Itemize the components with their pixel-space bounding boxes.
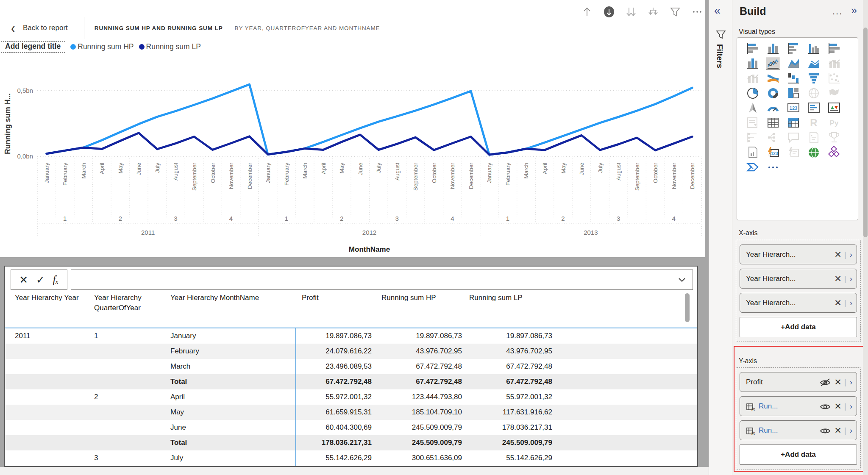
- field-options-chevron-icon[interactable]: ›: [850, 274, 852, 283]
- cell-running-sum-hp[interactable]: 123.444.793,80: [373, 393, 463, 401]
- cell-running-sum-hp[interactable]: 245.509.009,79: [373, 423, 463, 432]
- visual-type-multi-row-card[interactable]: [807, 101, 821, 114]
- visual-type-qa-visual[interactable]: [786, 131, 801, 144]
- visual-type-smart-narrative[interactable]: [807, 131, 821, 144]
- cell-running-sum-hp[interactable]: 67.472.792,48: [373, 362, 463, 371]
- cell-profit[interactable]: 178.036.217,31: [295, 439, 373, 447]
- x-axis-field-pill-1[interactable]: Year Hierarch...✕|›: [740, 269, 857, 289]
- cell-month[interactable]: July: [160, 454, 295, 462]
- build-more-options-icon[interactable]: ...: [832, 6, 843, 17]
- field-options-chevron-icon[interactable]: ›: [850, 250, 852, 259]
- visual-type-pie-chart[interactable]: [746, 86, 760, 100]
- cell-quarter[interactable]: 2: [81, 393, 160, 401]
- cell-running-sum-lp[interactable]: 67.472.792,48: [463, 378, 553, 386]
- expand-all-down-icon[interactable]: [647, 6, 659, 18]
- visual-type-arcgis-map[interactable]: [807, 146, 821, 159]
- table-row[interactable]: 20111January19.897.086,7319.897.086,7319…: [5, 328, 698, 344]
- y-axis-add-data-button[interactable]: +Add data: [740, 444, 857, 465]
- back-to-report-button[interactable]: Back to report: [23, 24, 68, 32]
- cell-month[interactable]: April: [160, 393, 295, 401]
- cell-quarter[interactable]: 1: [81, 332, 160, 340]
- visual-type-azure-map[interactable]: [746, 101, 760, 114]
- legend-item-lp[interactable]: Running sum LP: [139, 42, 201, 51]
- column-header-year[interactable]: Year Hierarchy Year: [5, 293, 81, 313]
- visual-type-filled-map[interactable]: [827, 86, 841, 100]
- visual-type-matrix[interactable]: [786, 116, 801, 129]
- x-axis-add-data-button[interactable]: +Add data: [740, 317, 857, 337]
- visual-type-key-influencers[interactable]: [766, 131, 780, 144]
- more-options-icon[interactable]: [691, 6, 704, 18]
- cell-month[interactable]: March: [160, 362, 295, 371]
- visual-type-card[interactable]: 123: [786, 101, 801, 114]
- field-options-chevron-icon[interactable]: ›: [850, 298, 852, 308]
- field-options-chevron-icon[interactable]: ›: [850, 426, 852, 435]
- eye-icon[interactable]: [820, 401, 831, 411]
- legend-item-hp[interactable]: Running sum HP: [70, 42, 134, 51]
- visual-type-table[interactable]: [766, 116, 780, 129]
- cell-profit[interactable]: 55.972.001,32: [295, 393, 373, 401]
- remove-field-icon[interactable]: ✕: [834, 426, 842, 435]
- table-row[interactable]: June60.404.300,69245.509.009,79178.036.2…: [5, 420, 698, 435]
- remove-field-icon[interactable]: ✕: [834, 250, 842, 259]
- cell-running-sum-hp[interactable]: 185.104.709,10: [373, 408, 463, 417]
- remove-field-icon[interactable]: ✕: [834, 402, 842, 411]
- visual-type-power-apps[interactable]: 123: [766, 146, 780, 159]
- cell-profit[interactable]: 24.079.616,22: [295, 347, 373, 356]
- cell-running-sum-lp[interactable]: 55.142.626,29: [463, 454, 553, 462]
- cell-month[interactable]: February: [160, 347, 295, 356]
- remove-field-icon[interactable]: ✕: [834, 378, 842, 386]
- cell-profit[interactable]: 55.142.626,29: [295, 454, 373, 462]
- visual-type-100-stacked-bar-chart[interactable]: [827, 42, 841, 55]
- table-total-row[interactable]: Total178.036.217,31245.509.009,79245.509…: [5, 435, 698, 450]
- table-total-row[interactable]: Total67.472.792,4867.472.792,4867.472.79…: [5, 374, 698, 389]
- visual-type-get-more-visuals[interactable]: [746, 161, 760, 174]
- visual-type-clustered-column-chart[interactable]: [807, 42, 821, 55]
- cell-running-sum-lp[interactable]: 55.972.001,32: [463, 393, 553, 401]
- cell-profit[interactable]: 19.897.086,73: [295, 332, 373, 340]
- filters-pane-label[interactable]: Filters: [715, 44, 724, 68]
- visual-type-kpi[interactable]: [827, 101, 841, 114]
- cell-running-sum-lp[interactable]: 178.036.217,31: [463, 423, 553, 432]
- cell-running-sum-lp[interactable]: 43.976.702,95: [463, 347, 553, 356]
- visual-type-waterfall-chart[interactable]: [786, 72, 801, 85]
- cell-running-sum-hp[interactable]: 43.976.702,95: [373, 347, 463, 356]
- cell-running-sum-hp[interactable]: 67.472.792,48: [373, 378, 463, 386]
- visual-type-area-chart[interactable]: [786, 57, 801, 70]
- table-row[interactable]: March23.496.089,5367.472.792,4867.472.79…: [5, 359, 698, 374]
- build-pane-scrollbar[interactable]: [863, 0, 868, 475]
- cell-month[interactable]: Total: [160, 439, 295, 447]
- drill-up-icon[interactable]: [581, 6, 593, 18]
- column-header-running-sum-lp[interactable]: Running sum LP: [463, 293, 553, 313]
- y-axis-field-pill-1[interactable]: fxRun...✕|›: [740, 396, 857, 416]
- cell-profit[interactable]: 61.659.915,31: [295, 408, 373, 417]
- table-row[interactable]: 3July55.142.626,29300.651.636,0955.142.6…: [5, 450, 698, 466]
- visual-type-gauge[interactable]: [766, 101, 780, 114]
- visual-type-map[interactable]: [807, 86, 821, 100]
- visual-type-line-and-clustered-column-chart[interactable]: [746, 72, 760, 85]
- fx-icon[interactable]: fₓ: [53, 274, 59, 286]
- cell-running-sum-hp[interactable]: 300.651.636,09: [373, 454, 463, 462]
- visual-type-treemap[interactable]: [786, 86, 801, 100]
- y-axis-field-pill-2[interactable]: fxRun...✕|›: [740, 420, 857, 440]
- visual-type-power-automate-visual[interactable]: [786, 146, 801, 159]
- table-row[interactable]: February24.079.616,2243.976.702,9543.976…: [5, 344, 698, 359]
- cell-running-sum-lp[interactable]: 19.897.086,73: [463, 332, 553, 340]
- visual-type-slicer[interactable]: [746, 116, 760, 129]
- go-to-next-level-icon[interactable]: [625, 6, 637, 18]
- visual-type-decomposition-tree[interactable]: [746, 131, 760, 144]
- visual-type-ribbon-chart[interactable]: [766, 72, 780, 85]
- table-row[interactable]: 2April55.972.001,32123.444.793,8055.972.…: [5, 389, 698, 405]
- visual-type-paginated-report[interactable]: [746, 146, 760, 159]
- cell-quarter[interactable]: 3: [81, 454, 160, 462]
- visual-type-metrics[interactable]: [827, 131, 841, 144]
- column-header-quarter[interactable]: Year Hierarchy QuarterOfYear: [81, 293, 160, 313]
- cell-profit[interactable]: 60.404.300,69: [295, 423, 373, 432]
- visual-type-donut-chart[interactable]: [766, 86, 780, 100]
- x-axis-field-pill-2[interactable]: Year Hierarch...✕|›: [740, 293, 857, 313]
- field-options-chevron-icon[interactable]: ›: [850, 378, 852, 387]
- legend-title-placeholder[interactable]: Add legend title: [1, 41, 65, 53]
- column-header-running-sum-hp[interactable]: Running sum HP: [373, 293, 463, 313]
- column-header-monthname[interactable]: Year Hierarchy MonthName: [160, 293, 295, 313]
- x-axis-field-pill-0[interactable]: Year Hierarch...✕|›: [740, 244, 857, 264]
- cell-running-sum-hp[interactable]: 19.897.086,73: [373, 332, 463, 340]
